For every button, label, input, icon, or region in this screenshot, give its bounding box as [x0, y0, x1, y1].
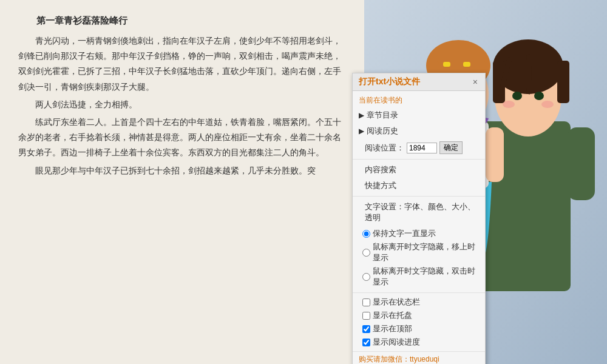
text-settings-section: 文字设置：字体、颜色、大小、透明 保持文字一直显示 鼠标离开时文字隐藏，移上时显…	[353, 197, 485, 293]
chapter-toc-item[interactable]: ▶ 章节目录	[353, 107, 485, 123]
svg-rect-24	[463, 62, 470, 67]
svg-point-8	[503, 101, 515, 108]
radio-always[interactable]	[362, 230, 370, 238]
read-position-confirm-button[interactable]: 确定	[439, 141, 463, 154]
checkbox-tray-input[interactable]	[362, 312, 370, 320]
menu-title: 打开txt小说文件	[359, 76, 420, 87]
radio-label-2: 鼠标离开时文字隐藏，双击时显示	[373, 266, 479, 288]
novel-para-4: 眼见那少年与中年汉子已拆到七十余招，剑招越来越紧，几乎未分胜败。突	[18, 163, 346, 178]
close-button[interactable]: ×	[472, 77, 479, 87]
radio-item-1[interactable]: 鼠标离开时文字隐藏，移上时显示	[353, 240, 485, 265]
radio-item-2[interactable]: 鼠标离开时文字隐藏，双击时显示	[353, 265, 485, 289]
svg-point-6	[512, 92, 522, 100]
checkbox-statusbar[interactable]: 显示在状态栏	[353, 295, 485, 309]
shortcut-item[interactable]: 快捷方式	[353, 178, 485, 194]
svg-rect-11	[568, 127, 595, 200]
read-history-label: 阅读历史	[367, 126, 398, 136]
radio-label-0: 保持文字一直显示	[373, 228, 436, 239]
read-history-item[interactable]: ▶ 阅读历史	[353, 123, 485, 139]
chapter-toc-label: 章节目录	[367, 110, 398, 121]
purchase-wechat-item[interactable]: 购买请加微信：ttyueduqi	[353, 352, 485, 364]
radio-hide-dblclick[interactable]	[362, 273, 370, 281]
checkbox-top-label: 显示在顶部	[373, 323, 412, 334]
menu-popup: 打开txt小说文件 × 当前在读书的 ▶ 章节目录 ▶ 阅读历史 阅读位置： 确…	[352, 73, 486, 364]
radio-item-0[interactable]: 保持文字一直显示	[353, 227, 485, 240]
novel-para-3: 练武厅东坐着二人。上首是个四十左右的中年道姑，铁青着脸，嘴唇紧闭。个五十余岁的老…	[18, 115, 346, 161]
menu-header: 打开txt小说文件 ×	[353, 73, 485, 91]
svg-rect-32	[486, 127, 504, 182]
read-position-row: 阅读位置： 确定	[353, 139, 485, 157]
text-settings-item[interactable]: 文字设置：字体、颜色、大小、透明	[353, 199, 485, 226]
radio-group: 保持文字一直显示 鼠标离开时文字隐藏，移上时显示 鼠标离开时文字隐藏，双击时显示	[353, 226, 485, 290]
text-settings-label: 文字设置：字体、颜色、大小、透明	[365, 201, 479, 223]
svg-point-7	[534, 92, 544, 100]
current-reading-label: 当前在读书的	[353, 93, 485, 107]
arrow-icon: ▶	[359, 111, 364, 120]
read-pos-label: 阅读位置：	[365, 143, 404, 153]
content-search-item[interactable]: 内容搜索	[353, 162, 485, 178]
content-search-label: 内容搜索	[365, 164, 396, 175]
checkbox-top[interactable]: 显示在顶部	[353, 322, 485, 335]
novel-para-2: 两人剑法迅捷，全力相搏。	[18, 97, 346, 112]
radio-hide-move[interactable]	[362, 249, 370, 257]
novel-para-1: 青光闪动，一柄青钢剑倏地刺出，指向在年汉子左肩，使剑少年不等招用老剑斗，剑锋已削…	[18, 33, 346, 95]
checkbox-top-input[interactable]	[362, 325, 370, 333]
content-search-section: 内容搜索 快捷方式	[353, 160, 485, 197]
novel-title: 第一章青衫磊落险峰行	[18, 12, 346, 29]
novel-background: 第一章青衫磊落险峰行 青光闪动，一柄青钢剑倏地刺出，指向在年汉子左肩，使剑少年不…	[0, 0, 364, 364]
radio-label-1: 鼠标离开时文字隐藏，移上时显示	[373, 241, 479, 263]
shortcut-label: 快捷方式	[365, 180, 396, 191]
checkbox-progress-input[interactable]	[362, 339, 370, 346]
svg-point-9	[541, 101, 554, 108]
checkbox-tray-label: 显示在托盘	[373, 310, 412, 321]
svg-rect-5	[557, 61, 569, 103]
read-position-input[interactable]	[407, 143, 437, 153]
arrow-icon-2: ▶	[359, 127, 364, 135]
checkbox-progress[interactable]: 显示阅读进度	[353, 335, 485, 349]
checkbox-progress-label: 显示阅读进度	[373, 337, 420, 348]
checkbox-statusbar-label: 显示在状态栏	[373, 297, 420, 308]
current-reading-section: 当前在读书的 ▶ 章节目录 ▶ 阅读历史 阅读位置： 确定	[353, 91, 485, 160]
checkbox-tray[interactable]: 显示在托盘	[353, 309, 485, 322]
checkbox-section: 显示在状态栏 显示在托盘 显示在顶部 显示阅读进度	[353, 293, 485, 352]
checkbox-statusbar-input[interactable]	[362, 298, 370, 306]
svg-rect-23	[443, 62, 450, 67]
